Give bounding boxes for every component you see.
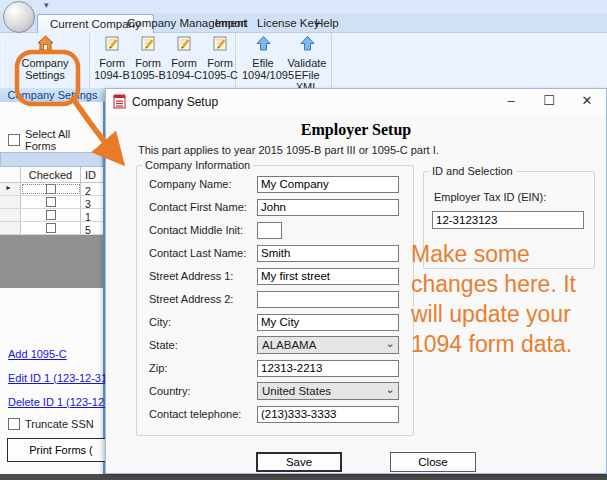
contact-telephone-input[interactable] — [257, 406, 399, 423]
field-row-contact-first-name: Contact First Name: — [149, 198, 413, 216]
ribbon-group-label[interactable]: Company Settings — [0, 88, 105, 102]
ribbon-button-label: Validate — [286, 57, 328, 69]
contact-last-name-input[interactable] — [257, 245, 399, 262]
tab-help[interactable]: Help — [303, 14, 351, 33]
form-edit-icon — [212, 35, 229, 52]
company-settings-button[interactable]: CompanySettings — [12, 35, 78, 81]
field-row-street-address-1: Street Address 1: — [149, 267, 413, 285]
grid-header-row: Checked ID — [0, 167, 103, 183]
contact-first-name-label: Contact First Name: — [149, 201, 257, 213]
row-selector-cell[interactable] — [0, 196, 21, 208]
id-and-selection-legend: ID and Selection — [429, 165, 516, 177]
efile-1094-1095-button[interactable]: Efile1094/1095 — [242, 35, 284, 81]
select-all-forms-checkbox[interactable]: Select All Forms — [8, 128, 103, 152]
ribbon-button-label: 1095-C — [199, 69, 241, 81]
city-input[interactable] — [257, 314, 399, 331]
street-address-2-label: Street Address 2: — [149, 293, 257, 305]
window-top-strip — [0, 0, 607, 13]
checkbox-icon[interactable] — [46, 184, 56, 194]
window-bottom-edge — [0, 474, 607, 480]
ribbon-button-label: 1094/1095 — [242, 69, 284, 81]
delete-id-1-link[interactable]: Delete ID 1 (123-12-312 — [8, 396, 118, 408]
table-row[interactable]: 1 — [0, 209, 103, 222]
company-information-legend: Company Information — [142, 159, 253, 171]
street-address-1-input[interactable] — [257, 268, 399, 285]
select-all-forms-label: Select All Forms — [25, 128, 103, 152]
company-settings-label: CompanySettings — [12, 57, 78, 81]
grid-caption-band — [0, 152, 103, 167]
application-orb-button[interactable] — [3, 1, 35, 33]
country-select[interactable]: United States — [257, 382, 399, 400]
street-address-2-input[interactable] — [257, 291, 399, 308]
contact-telephone-label: Contact telephone: — [149, 408, 257, 420]
chevron-down-icon[interactable] — [382, 385, 398, 398]
row-checkbox-cell[interactable] — [21, 183, 81, 195]
row-checkbox-cell[interactable] — [21, 222, 81, 234]
dialog-titlebar[interactable]: Company Setup – ☐ ✕ — [106, 89, 606, 114]
ribbon-button-label: Efile — [242, 57, 284, 69]
row-checkbox-cell[interactable] — [21, 209, 81, 221]
selected-value: United States — [258, 385, 382, 397]
close-button[interactable]: ✕ — [568, 89, 606, 114]
street-address-1-label: Street Address 1: — [149, 270, 257, 282]
field-row-city: City: — [149, 313, 413, 331]
table-row[interactable]: 3 — [0, 196, 103, 209]
quick-access-dropdown-icon[interactable] — [44, 0, 49, 10]
field-row-country: Country:United States — [149, 382, 413, 400]
maximize-button[interactable]: ☐ — [530, 89, 568, 114]
grid-column-id[interactable]: ID — [81, 167, 103, 182]
field-row-state: State:ALABAMA — [149, 336, 413, 354]
forms-grid: Checked ID 2315 — [0, 152, 103, 288]
validate-efile-xml-button[interactable]: ValidateEFileXML — [286, 35, 328, 93]
close-dialog-button[interactable]: Close — [390, 452, 476, 472]
minimize-button[interactable]: – — [492, 89, 530, 114]
form-1095-c-button[interactable]: Form1095-C — [199, 35, 241, 81]
ribbon-button-label: EFile — [286, 69, 328, 81]
grid-column-checked[interactable]: Checked — [21, 167, 81, 182]
state-select[interactable]: ALABAMA — [257, 336, 399, 354]
company-name-input[interactable] — [257, 176, 399, 193]
checkbox-icon[interactable] — [8, 418, 20, 430]
field-row-contact-last-name: Contact Last Name: — [149, 244, 413, 262]
selected-value: ALABAMA — [258, 339, 382, 351]
chevron-down-icon[interactable] — [382, 339, 398, 352]
checkbox-icon[interactable] — [46, 197, 56, 207]
ein-input[interactable] — [432, 211, 584, 229]
contact-first-name-input[interactable] — [257, 199, 399, 216]
row-checkbox-cell[interactable] — [21, 196, 81, 208]
add-1095-c-link[interactable]: Add 1095-C — [8, 348, 118, 360]
row-selector-cell[interactable] — [0, 209, 21, 221]
company-setup-dialog: Company Setup – ☐ ✕ Employer Setup This … — [105, 88, 607, 474]
grid-selector-header — [0, 167, 21, 182]
current-row-arrow-icon[interactable] — [0, 183, 21, 195]
ribbon-body: CompanySettings Form1094-B Form1095-B Fo… — [0, 33, 607, 88]
field-row-contact-telephone: Contact telephone: — [149, 405, 413, 423]
edit-id-1-link[interactable]: Edit ID 1 (123-12-3123/ — [8, 372, 118, 384]
checkbox-icon[interactable] — [46, 210, 56, 220]
employer-setup-heading: Employer Setup — [106, 121, 606, 139]
annotation-text: Make some changes here. It will update y… — [411, 239, 607, 359]
zip-input[interactable] — [257, 360, 399, 377]
save-button[interactable]: Save — [256, 452, 342, 472]
truncate-ssn-label: Truncate SSN — [25, 418, 94, 430]
form-edit-icon — [140, 35, 157, 52]
contact-middle-init-input[interactable] — [257, 222, 282, 239]
field-row-street-address-2: Street Address 2: — [149, 290, 413, 308]
dialog-subtitle: This part applies to year 2015 1095-B pa… — [138, 144, 439, 156]
table-row[interactable]: 5 — [0, 222, 103, 235]
checkbox-icon[interactable] — [46, 223, 56, 233]
truncate-ssn-checkbox[interactable]: Truncate SSN P — [8, 418, 120, 430]
table-row[interactable]: 2 — [0, 183, 103, 196]
row-selector-cell[interactable] — [0, 222, 21, 234]
state-label: State: — [149, 339, 257, 351]
company-name-label: Company Name: — [149, 178, 257, 190]
contact-middle-init-label: Contact Middle Init: — [149, 224, 257, 236]
ribbon-tab-row: Current CompanyCompany ManagementImportL… — [0, 13, 607, 33]
home-icon — [37, 35, 54, 52]
print-forms-button[interactable]: Print Forms ( — [7, 438, 115, 462]
contact-last-name-label: Contact Last Name: — [149, 247, 257, 259]
checkbox-icon[interactable] — [8, 134, 20, 146]
field-row-zip: Zip: — [149, 359, 413, 377]
form-edit-icon — [104, 35, 121, 52]
upload-arrow-icon — [299, 35, 316, 52]
